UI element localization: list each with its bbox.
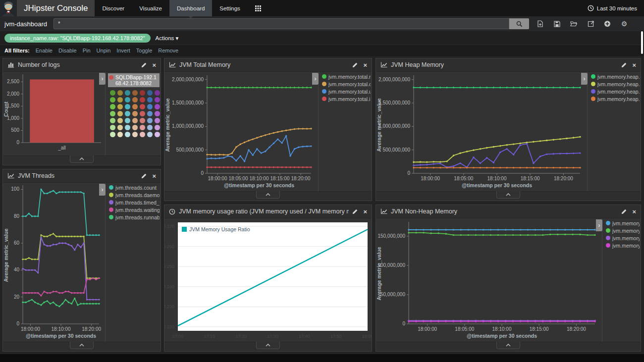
search-input[interactable] — [54, 18, 509, 29]
palette-color-swatch[interactable] — [117, 97, 123, 103]
options-gear-button[interactable]: ⚙ — [618, 18, 631, 30]
time-range-label[interactable]: Last 30 minutes — [597, 5, 637, 11]
palette-color-swatch[interactable] — [117, 111, 123, 116]
legend-expand-button[interactable]: › — [312, 73, 319, 85]
logs-chart[interactable]: 05001,0001,5002,0002,500Count_all — [3, 72, 105, 155]
palette-color-swatch[interactable] — [155, 125, 160, 130]
scrollbar[interactable] — [641, 31, 643, 54]
palette-color-swatch[interactable] — [132, 97, 138, 103]
palette-color-swatch[interactable] — [132, 125, 138, 130]
legend-item[interactable]: jvm.threads.timed_wait... — [109, 199, 160, 206]
remove-panel-button[interactable]: × — [152, 62, 156, 68]
threads-chart[interactable]: 02040608010018:00:0018:10:0018:20:00@tim… — [3, 183, 105, 342]
palette-color-swatch[interactable] — [147, 118, 153, 123]
palette-color-swatch[interactable] — [132, 111, 138, 116]
edit-panel-button[interactable] — [621, 209, 627, 214]
palette-color-swatch[interactable] — [117, 125, 123, 130]
palette-color-swatch[interactable] — [155, 132, 160, 137]
palette-color-swatch[interactable] — [140, 111, 145, 116]
legend-item[interactable]: jvm.memory.total.com... — [322, 81, 371, 88]
palette-color-swatch[interactable] — [147, 104, 153, 109]
palette-color-swatch[interactable] — [125, 90, 130, 96]
palette-color-swatch[interactable] — [155, 111, 160, 116]
filter-pill[interactable]: instance_name.raw: "SQLDBapp-192.168.42.… — [4, 34, 151, 43]
palette-color-swatch[interactable] — [132, 132, 138, 137]
palette-color-swatch[interactable] — [125, 97, 130, 103]
palette-color-swatch[interactable] — [155, 97, 160, 103]
open-dashboard-button[interactable] — [567, 18, 580, 30]
palette-color-swatch[interactable] — [155, 118, 160, 123]
palette-color-swatch[interactable] — [125, 111, 130, 116]
palette-color-swatch[interactable] — [125, 125, 130, 130]
legend-item[interactable]: jvm.memory.heap.com... — [591, 81, 640, 88]
all-filters-toggle[interactable]: Toggle — [136, 48, 152, 53]
save-dashboard-button[interactable] — [550, 18, 563, 30]
palette-color-swatch[interactable] — [147, 125, 153, 130]
palette-color-swatch[interactable] — [110, 118, 115, 123]
collapse-panel-button[interactable] — [256, 342, 280, 349]
search-button[interactable] — [509, 18, 529, 29]
palette-color-swatch[interactable] — [132, 90, 138, 96]
new-dashboard-button[interactable] — [534, 18, 546, 30]
all-filters-pin[interactable]: Pin — [83, 48, 91, 53]
palette-color-swatch[interactable] — [125, 132, 130, 137]
palette-color-swatch[interactable] — [110, 132, 115, 137]
palette-color-swatch[interactable] — [140, 132, 145, 137]
all-filters-unpin[interactable]: Unpin — [97, 48, 111, 53]
palette-color-swatch[interactable] — [110, 104, 115, 109]
collapse-panel-button[interactable] — [70, 342, 94, 349]
palette-color-swatch[interactable] — [117, 104, 123, 109]
nav-apps-grid[interactable] — [248, 0, 268, 16]
legend-item[interactable]: jvm.threads.count — [109, 184, 160, 191]
app-title[interactable]: JHipster Console — [17, 0, 95, 16]
collapse-panel-button[interactable] — [256, 191, 280, 199]
palette-color-swatch[interactable] — [155, 90, 160, 96]
legend-item[interactable]: jvm.memory.non-heap.... — [606, 242, 640, 249]
palette-color-swatch[interactable] — [117, 132, 123, 137]
legend-expand-button[interactable]: › — [596, 219, 602, 231]
remove-panel-button[interactable]: × — [152, 173, 156, 179]
legend-item[interactable]: jvm.threads.runnable.c... — [109, 214, 160, 221]
palette-color-swatch[interactable] — [110, 90, 115, 96]
legend-item[interactable]: jvm.memory.heap.max — [591, 73, 640, 80]
palette-color-swatch[interactable] — [132, 104, 138, 109]
add-visualization-button[interactable] — [601, 18, 614, 30]
palette-color-swatch[interactable] — [147, 132, 153, 137]
palette-color-swatch[interactable] — [110, 97, 115, 103]
all-filters-enable[interactable]: Enable — [36, 48, 53, 53]
palette-color-swatch[interactable] — [140, 118, 145, 123]
nav-tab-dashboard[interactable]: Dashboard — [169, 0, 212, 16]
palette-color-swatch[interactable] — [132, 118, 138, 123]
time-picker[interactable]: Last 30 minutes — [588, 0, 644, 16]
palette-color-swatch[interactable] — [110, 125, 115, 130]
edit-panel-button[interactable] — [141, 173, 147, 179]
collapse-panel-button[interactable] — [496, 342, 520, 349]
legend-item[interactable]: jvm.memory.heap.used — [591, 88, 640, 95]
legend-item[interactable]: jvm.memory.non-heap.... — [606, 220, 640, 227]
filter-actions-dropdown[interactable]: Actions ▾ — [156, 35, 179, 42]
share-dashboard-button[interactable] — [584, 18, 597, 30]
palette-color-swatch[interactable] — [140, 97, 145, 103]
edit-panel-button[interactable] — [352, 62, 358, 68]
legend-item[interactable]: jvm.memory.heap.init — [591, 96, 640, 103]
remove-panel-button[interactable]: × — [363, 62, 367, 68]
edit-panel-button[interactable] — [141, 62, 147, 68]
edit-panel-button[interactable] — [621, 62, 627, 68]
legend-expand-button[interactable]: › — [581, 73, 588, 85]
legend-item[interactable]: jvm.memory.non-heap.... — [606, 227, 640, 234]
collapse-panel-button[interactable] — [496, 191, 520, 199]
remove-panel-button[interactable]: × — [632, 62, 636, 68]
total-chart[interactable]: 0500,000,0001,000,000,0001,500,000,0002,… — [164, 72, 318, 191]
palette-color-swatch[interactable] — [125, 118, 130, 123]
nonheap-chart[interactable]: 050,000,000100,000,000150,000,00018:00:0… — [376, 218, 602, 342]
all-filters-invert[interactable]: Invert — [116, 48, 130, 53]
legend-expand-button[interactable]: › — [99, 73, 106, 85]
legend-item-selected[interactable]: SQLDBapp-192.168.42.178:8082 — [108, 73, 160, 87]
legend-item[interactable]: jvm.memory.non-heap.... — [606, 235, 640, 242]
palette-color-swatch[interactable] — [140, 104, 145, 109]
ratio-chart[interactable]: JVM Memory Usage Ratio0.2200.2300.2400.2… — [164, 218, 372, 342]
palette-color-swatch[interactable] — [140, 125, 145, 130]
remove-panel-button[interactable]: × — [363, 208, 367, 215]
legend-item[interactable]: jvm.threads.daemon.c... — [109, 192, 160, 199]
collapse-panel-button[interactable] — [70, 155, 94, 163]
